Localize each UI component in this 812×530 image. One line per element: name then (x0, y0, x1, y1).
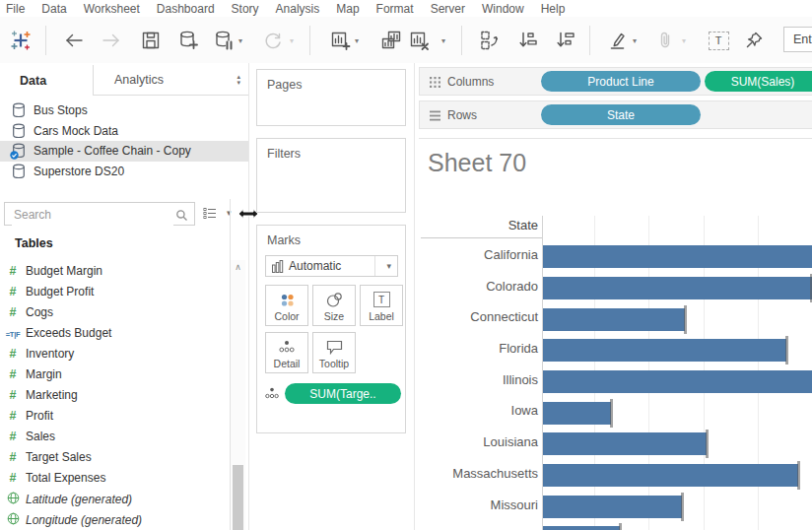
state-column-header[interactable]: State (419, 218, 538, 232)
bar-florida[interactable] (543, 339, 786, 362)
field-item[interactable]: #Margin (0, 364, 229, 384)
field-item[interactable]: #Marketing (0, 385, 229, 406)
menu-item-help[interactable]: Help (541, 2, 566, 16)
pause-auto-updates-button[interactable] (211, 28, 237, 53)
menu-item-window[interactable]: Window (482, 2, 524, 16)
row-header-florida[interactable]: Florida (419, 341, 538, 356)
group-members-button[interactable] (652, 28, 678, 53)
number-icon: # (10, 264, 17, 278)
field-item[interactable]: #Total Expenses (0, 468, 229, 489)
row-header-illinois[interactable]: Illinois (419, 372, 538, 387)
scroll-up-arrow[interactable]: ∧ (231, 262, 245, 272)
field-item[interactable]: #Sales (0, 427, 229, 447)
save-button[interactable] (138, 28, 164, 53)
row-header-iowa[interactable]: Iowa (419, 403, 538, 418)
row-header-california[interactable]: California (419, 247, 538, 262)
pages-shelf[interactable]: Pages (256, 69, 406, 126)
datasource-item[interactable]: Sample - Coffee Chain - Copy (0, 141, 248, 162)
menu-item-format[interactable]: Format (376, 2, 414, 16)
datasource-item[interactable]: Superstore DS20 (0, 162, 248, 182)
dropdown-caret[interactable]: ▾ (441, 36, 445, 45)
new-datasource-button[interactable] (175, 28, 201, 53)
row-header-colorado[interactable]: Colorado (419, 279, 538, 294)
mark-type-dropdown[interactable]: Automatic ▾ (265, 255, 398, 277)
chart-row: Connecticut (419, 303, 812, 335)
field-item[interactable]: Latitude (generated) (0, 489, 229, 509)
color-button[interactable]: Color (265, 285, 308, 326)
pin-icon[interactable] (741, 28, 767, 53)
menu-item-dashboard[interactable]: Dashboard (157, 2, 215, 16)
menu-item-server[interactable]: Server (431, 2, 465, 16)
bar-missouri[interactable] (543, 496, 682, 518)
fields-scrollbar[interactable]: ∧ (231, 260, 245, 530)
field-label: Budget Profit (26, 285, 94, 298)
refresh-datasource-button[interactable] (260, 28, 286, 53)
target-reference-tick (684, 305, 687, 334)
clear-sheet-button[interactable] (406, 28, 432, 53)
dropdown-caret[interactable]: ▾ (633, 36, 637, 45)
undo-button[interactable] (61, 28, 87, 53)
fit-view-dropdown[interactable]: Enti (783, 27, 812, 52)
target-reference-tick (706, 430, 709, 458)
row-header-massachusetts[interactable]: Massachusetts (419, 466, 538, 481)
row-header-connecticut[interactable]: Connecticut (419, 309, 538, 324)
field-item[interactable]: #Budget Profit (0, 281, 229, 301)
row-header-louisiana[interactable]: Louisiana (419, 434, 538, 449)
tab-data[interactable]: Data (0, 65, 94, 96)
bar-nevada[interactable] (543, 526, 620, 530)
show-mark-labels-button[interactable]: T (706, 28, 731, 53)
field-item[interactable]: #Budget Margin (0, 260, 229, 281)
bar-colorado[interactable] (543, 277, 812, 299)
field-item[interactable]: =T|FExceeds Budget (0, 322, 229, 343)
mark-type-caret[interactable]: ▾ (386, 261, 391, 271)
scrollbar-thumb[interactable] (233, 465, 243, 530)
bar-louisiana[interactable] (543, 432, 707, 455)
bar-california[interactable] (543, 245, 812, 268)
duplicate-sheet-button[interactable] (378, 28, 404, 53)
pill-product-line[interactable]: Product Line (541, 71, 701, 92)
bar-connecticut[interactable] (543, 308, 685, 331)
tooltip-button[interactable]: Tooltip (312, 332, 356, 373)
row-header-missouri[interactable]: Missouri (419, 497, 538, 512)
field-item[interactable]: #Target Sales (0, 447, 229, 468)
pill-state[interactable]: State (541, 104, 701, 125)
bar-illinois[interactable] (543, 370, 812, 393)
bar-iowa[interactable] (543, 402, 611, 425)
menu-item-analysis[interactable]: Analysis (276, 2, 320, 16)
pill-sum-sales[interactable]: SUM(Sales) (705, 71, 812, 92)
filters-shelf[interactable]: Filters (256, 138, 406, 213)
field-item[interactable]: Longitude (generated) (0, 509, 229, 530)
chart-row: Florida (419, 335, 812, 366)
field-item[interactable]: #Cogs (0, 301, 229, 322)
sort-descending-button[interactable] (552, 28, 577, 53)
pill-sum-target[interactable]: SUM(Targe.. (285, 383, 401, 404)
sort-ascending-button[interactable] (514, 28, 540, 53)
search-input[interactable] (12, 204, 173, 226)
highlight-button[interactable] (605, 28, 631, 53)
view-as-list-icon[interactable] (203, 207, 217, 225)
tab-analytics[interactable]: Analytics (94, 65, 248, 96)
menu-item-file[interactable]: File (6, 2, 25, 16)
new-worksheet-button[interactable] (327, 28, 353, 53)
detail-button[interactable]: Detail (265, 332, 308, 373)
field-item[interactable]: #Profit (0, 406, 229, 427)
menu-item-data[interactable]: Data (41, 2, 66, 16)
pane-toggle-icon[interactable]: ▴▾ (237, 74, 240, 86)
size-button[interactable]: Size (312, 285, 356, 326)
bar-massachusetts[interactable] (543, 464, 798, 487)
swap-rows-columns-button[interactable] (477, 28, 503, 53)
dropdown-caret[interactable]: ▾ (355, 36, 359, 45)
field-label: Inventory (26, 347, 74, 361)
filters-label: Filters (267, 147, 405, 161)
columns-shelf[interactable]: Columns Product Line SUM(Sales) (419, 67, 812, 96)
menu-item-worksheet[interactable]: Worksheet (84, 2, 140, 16)
menu-item-story[interactable]: Story (232, 2, 259, 16)
datasource-item[interactable]: Cars Mock Data (0, 121, 248, 142)
field-item[interactable]: #Inventory (0, 343, 229, 364)
label-button[interactable]: T Label (360, 285, 403, 326)
menu-item-map[interactable]: Map (336, 2, 359, 16)
rows-shelf[interactable]: Rows State (419, 100, 812, 129)
redo-button[interactable] (99, 28, 124, 53)
datasource-item[interactable]: Bus Stops (0, 100, 248, 121)
dropdown-caret[interactable]: ▾ (238, 36, 242, 45)
